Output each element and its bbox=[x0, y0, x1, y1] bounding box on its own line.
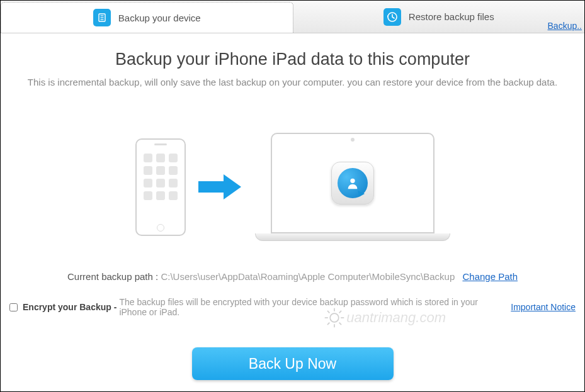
svg-point-5 bbox=[350, 179, 355, 183]
arrow-right-icon bbox=[198, 174, 242, 199]
document-icon bbox=[93, 9, 111, 26]
page-subtitle: This is incremental backup, will only sa… bbox=[1, 76, 584, 89]
tab-restore-label: Restore backup files bbox=[409, 11, 494, 22]
phone-icon bbox=[135, 138, 186, 236]
important-notice-link[interactable]: Important Notice bbox=[511, 302, 576, 312]
encrypt-label: Encrypt your Backup - bbox=[23, 302, 116, 312]
illustration bbox=[1, 133, 584, 241]
tab-restore-files[interactable]: Restore backup files bbox=[293, 1, 585, 33]
backup-path-value: C:\Users\user\AppData\Roaming\Apple Comp… bbox=[161, 271, 455, 282]
tab-backup-device[interactable]: Backup your device bbox=[1, 2, 293, 33]
backup-now-button[interactable]: Back Up Now bbox=[192, 347, 394, 380]
app-logo-icon bbox=[331, 162, 374, 204]
encrypt-checkbox[interactable] bbox=[9, 303, 18, 311]
tab-bar: Backup your device Restore backup files … bbox=[1, 1, 584, 33]
backup-corner-link[interactable]: Backup.. bbox=[548, 21, 582, 31]
backup-path-row: Current backup path : C:\Users\user\AppD… bbox=[1, 271, 584, 282]
encrypt-description: The backup files will be encrypted with … bbox=[119, 297, 504, 317]
restore-clock-icon bbox=[383, 8, 401, 26]
laptop-icon bbox=[255, 133, 450, 241]
page-title: Backup your iPhone iPad data to this com… bbox=[1, 50, 584, 69]
change-path-link[interactable]: Change Path bbox=[462, 271, 518, 282]
tab-backup-label: Backup your device bbox=[118, 13, 201, 23]
main-content: Backup your iPhone iPad data to this com… bbox=[1, 33, 584, 380]
backup-path-label: Current backup path : bbox=[67, 271, 158, 282]
encrypt-row: Encrypt your Backup - The backup files w… bbox=[1, 297, 584, 317]
